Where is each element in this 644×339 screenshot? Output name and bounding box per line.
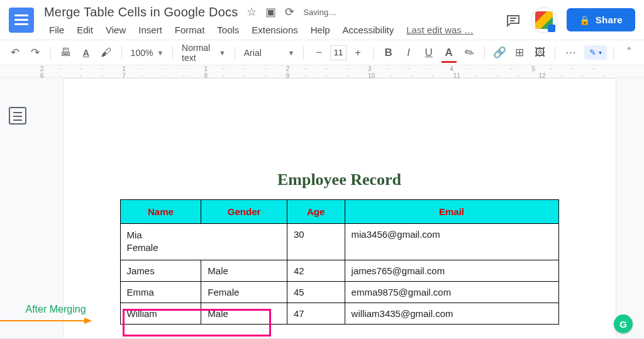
document-title[interactable]: Merge Table Cells in Google Docs: [44, 5, 238, 19]
last-edit-link[interactable]: Last edit was …: [401, 23, 479, 37]
font-size-minus[interactable]: −: [310, 44, 328, 62]
font-value: Arial: [244, 48, 262, 58]
ruler-tick: 2: [286, 65, 290, 72]
underline-button[interactable]: U: [420, 44, 438, 62]
col-email[interactable]: Email: [345, 200, 558, 224]
left-gutter: [0, 78, 35, 339]
menu-bar: File Edit View Insert Format Tools Exten…: [44, 23, 479, 37]
cell-age[interactable]: 30: [287, 224, 345, 260]
ruler-tick: 1: [122, 65, 126, 72]
cell-gender[interactable]: Male: [201, 260, 287, 281]
ruler-tick: 2: [40, 65, 44, 72]
undo-button[interactable]: ↶: [6, 44, 24, 62]
cell-name[interactable]: William: [120, 303, 201, 324]
saving-status: Saving…: [303, 8, 336, 17]
share-label: Share: [596, 14, 623, 25]
cell-gender[interactable]: Female: [201, 281, 287, 303]
ruler-tick: 4: [450, 65, 453, 72]
collapse-toolbar-icon[interactable]: ˄: [620, 44, 638, 62]
annotation: After Merging: [26, 304, 86, 315]
cell-name[interactable]: James: [120, 260, 201, 281]
zoom-select[interactable]: 100%▼: [128, 48, 167, 58]
menu-tools[interactable]: Tools: [212, 23, 244, 37]
outline-icon[interactable]: [9, 107, 26, 125]
bold-button[interactable]: B: [380, 44, 397, 62]
workspace: Employee Record Name Gender Age Email Mi…: [0, 78, 644, 339]
ruler-tick: 3: [368, 65, 372, 72]
annotation-text: After Merging: [26, 304, 86, 315]
cell-age[interactable]: 42: [287, 260, 345, 281]
table-row: William Male 47 william3435@gmail.com: [120, 303, 558, 324]
menu-accessibility[interactable]: Accessibility: [338, 23, 399, 37]
col-gender[interactable]: Gender: [201, 200, 287, 224]
ruler-tick: 5: [531, 65, 535, 72]
title-row: Merge Table Cells in Google Docs ☆ ▣ ⟳ S…: [44, 3, 479, 21]
docs-logo-icon[interactable]: [9, 8, 34, 33]
font-size-input[interactable]: 11: [330, 45, 347, 60]
paragraph-style-select[interactable]: Normal text▼: [179, 43, 228, 63]
lock-icon: 🔒: [579, 15, 590, 25]
cell-name[interactable]: Emma: [120, 281, 201, 303]
cell-email[interactable]: william3435@gmail.com: [345, 303, 558, 324]
insert-link-icon[interactable]: 🔗: [491, 44, 508, 62]
ruler-tick: 1: [204, 65, 208, 72]
font-select[interactable]: Arial▼: [242, 48, 297, 58]
col-name[interactable]: Name: [120, 200, 201, 224]
table-row: Mia Female 30 mia3456@gmail.com: [120, 224, 558, 260]
editing-mode-button[interactable]: ✎▾: [584, 45, 607, 60]
col-age[interactable]: Age: [287, 200, 345, 224]
employee-table[interactable]: Name Gender Age Email Mia Female 30 mia3…: [120, 199, 559, 325]
menu-format[interactable]: Format: [170, 23, 210, 37]
cell-email[interactable]: james765@gmail.com: [345, 260, 558, 281]
print-icon[interactable]: 🖶: [57, 44, 75, 62]
pencil-icon: ✎: [589, 48, 596, 57]
meet-avatar[interactable]: [530, 6, 558, 34]
text-color-button[interactable]: A: [440, 44, 458, 62]
title-bar: Merge Table Cells in Google Docs ☆ ▣ ⟳ S…: [0, 0, 644, 40]
share-button[interactable]: 🔒Share: [567, 8, 635, 31]
table-row: Emma Female 45 emma9875@gmail.com: [120, 281, 558, 303]
annotation-arrow-line: [0, 320, 86, 321]
insert-image-icon[interactable]: 🖼: [531, 44, 548, 62]
spellcheck-icon[interactable]: A: [77, 44, 95, 62]
cell-age[interactable]: 45: [287, 281, 345, 303]
document-heading[interactable]: Employee Record: [120, 170, 559, 189]
ruler[interactable]: 2· · · 1· · · 1· · · 2· · · 3· · · 4· · …: [0, 65, 644, 78]
more-tools-icon[interactable]: ⋯: [562, 44, 579, 62]
table-header-row: Name Gender Age Email: [120, 200, 558, 224]
menu-file[interactable]: File: [44, 23, 69, 37]
highlight-button[interactable]: ✎: [457, 40, 481, 64]
table-row: James Male 42 james765@gmail.com: [120, 260, 558, 281]
menu-insert[interactable]: Insert: [133, 23, 167, 37]
canvas[interactable]: Employee Record Name Gender Age Email Mi…: [35, 78, 644, 339]
menu-extensions[interactable]: Extensions: [247, 23, 303, 37]
zoom-value: 100%: [131, 48, 153, 58]
cell-email[interactable]: mia3456@gmail.com: [345, 224, 558, 260]
italic-button[interactable]: I: [400, 44, 418, 62]
cell-gender[interactable]: Male: [201, 303, 287, 324]
toolbar: ↶ ↷ 🖶 A 🖌 100%▼ Normal text▼ Arial▼ − 11…: [0, 40, 644, 65]
cloud-sync-icon: ⟳: [285, 6, 294, 18]
redo-button[interactable]: ↷: [26, 44, 44, 62]
comments-icon[interactable]: [500, 7, 526, 33]
page[interactable]: Employee Record Name Gender Age Email Mi…: [63, 78, 616, 339]
style-value: Normal text: [182, 43, 215, 63]
font-size-plus[interactable]: +: [349, 44, 367, 62]
menu-help[interactable]: Help: [306, 23, 335, 37]
paint-format-icon[interactable]: 🖌: [97, 44, 115, 62]
cell-email[interactable]: emma9875@gmail.com: [345, 281, 558, 303]
cell-age[interactable]: 47: [287, 303, 345, 324]
star-icon[interactable]: ☆: [247, 6, 257, 18]
add-comment-icon[interactable]: ⊞: [511, 44, 528, 62]
menu-view[interactable]: View: [101, 23, 131, 37]
menu-edit[interactable]: Edit: [72, 23, 98, 37]
annotation-arrow-head: [84, 318, 92, 324]
move-icon[interactable]: ▣: [265, 6, 276, 18]
grammarly-icon[interactable]: G: [614, 314, 633, 333]
merged-cell[interactable]: Mia Female: [120, 224, 287, 260]
